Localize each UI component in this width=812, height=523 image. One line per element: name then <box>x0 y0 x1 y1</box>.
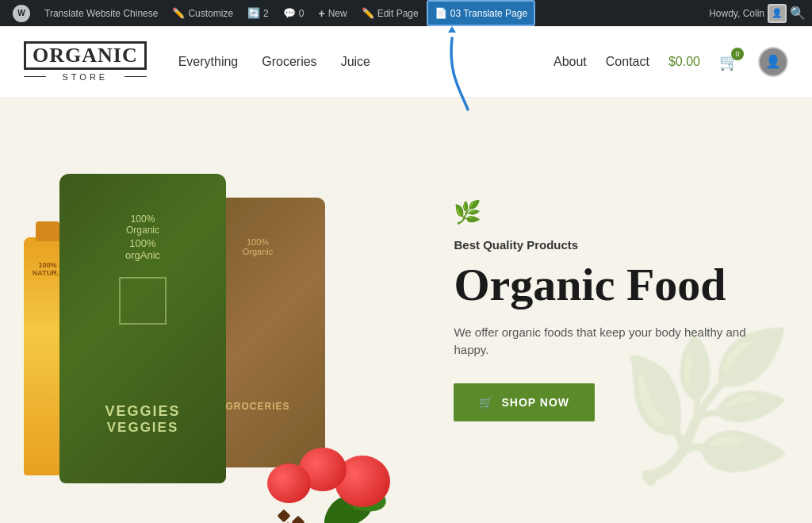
logo-organic: ORGANIC <box>24 41 147 70</box>
admin-bar: W Translate Website Chinese ✏️ Customize… <box>0 0 812 26</box>
tomato-3 <box>267 463 311 503</box>
revisions-label: 2 <box>263 8 269 19</box>
shop-now-button[interactable]: 🛒 SHOP NOW <box>454 383 595 421</box>
comments-item[interactable]: 💬 0 <box>277 0 311 26</box>
site-title-item[interactable]: Translate Website Chinese <box>38 0 164 26</box>
product-container: 100%NATUR... 100%Organic 100%Organic VEG… <box>16 98 438 523</box>
site-title: Translate Website Chinese <box>44 8 158 19</box>
admin-bar-right: Howdy, Colin 👤 🔍 <box>709 4 806 23</box>
customize-item[interactable]: ✏️ Customize <box>166 0 239 26</box>
leaf-decoration: 🌿 <box>454 199 764 225</box>
translate-page-item[interactable]: 📄 03 Translate Page <box>427 0 535 26</box>
howdy-text: Howdy, Colin <box>709 8 764 19</box>
bag-green-label: 100%Organic <box>126 213 159 236</box>
comments-label: 0 <box>299 8 304 19</box>
nav-link-everything[interactable]: Everything <box>178 55 239 69</box>
edit-page-label: Edit Page <box>377 8 419 19</box>
search-icon[interactable]: 🔍 <box>790 6 806 21</box>
nav-right: About Contact $0.00 🛒 0 👤 <box>553 47 788 77</box>
spice-1 <box>278 510 291 523</box>
cart-icon-wrap[interactable]: 🛒 0 <box>719 52 739 71</box>
revisions-item[interactable]: 🔄 2 <box>241 0 275 26</box>
cart-price: $0.00 <box>668 55 700 69</box>
logo-area[interactable]: ORGANIC STORE <box>24 41 147 82</box>
bag-green: 100%Organic VEGGIES <box>59 174 226 483</box>
hero-title: Organic Food <box>454 261 764 310</box>
bag-green-name: VEGGIES <box>107 420 179 436</box>
hero-description: We offer organic foods that keep your bo… <box>454 324 764 360</box>
nav-link-groceries[interactable]: Groceries <box>262 55 316 69</box>
main-nav: ORGANIC STORE Everything Groceries Juice… <box>0 26 812 98</box>
hero-left: 100%NATUR... 100%Organic 100%Organic VEG… <box>0 98 422 523</box>
new-item[interactable]: + New <box>312 0 353 26</box>
new-label: New <box>328 8 347 19</box>
nav-links: Everything Groceries Juice <box>178 55 370 69</box>
shop-btn-label: SHOP NOW <box>501 396 569 409</box>
spice-2 <box>292 516 305 523</box>
nav-right-links: About Contact <box>553 55 649 69</box>
hero-right: 🌿 🌿 Best Quality Products Organic Food W… <box>422 98 812 523</box>
bag-brown-label: 100%Organic <box>243 237 274 256</box>
hero-section: 100%NATUR... 100%Organic 100%Organic VEG… <box>0 98 812 523</box>
cart-badge: 0 <box>731 48 744 60</box>
user-avatar[interactable]: 👤 <box>758 47 788 77</box>
wordpress-logo: W <box>13 5 30 22</box>
admin-avatar[interactable]: 👤 <box>768 4 787 23</box>
hero-subtitle: Best Quality Products <box>454 238 764 252</box>
customize-label: Customize <box>188 8 233 19</box>
nav-link-contact[interactable]: Contact <box>606 55 649 69</box>
cart-btn-icon: 🛒 <box>479 396 493 409</box>
translate-page-label: 03 Translate Page <box>450 8 527 19</box>
nav-link-juice[interactable]: Juice <box>341 55 370 69</box>
edit-page-item[interactable]: ✏️ Edit Page <box>355 0 425 26</box>
logo-store: STORE <box>62 72 108 82</box>
nav-link-about[interactable]: About <box>553 55 587 69</box>
wp-logo-item[interactable]: W <box>6 0 36 26</box>
